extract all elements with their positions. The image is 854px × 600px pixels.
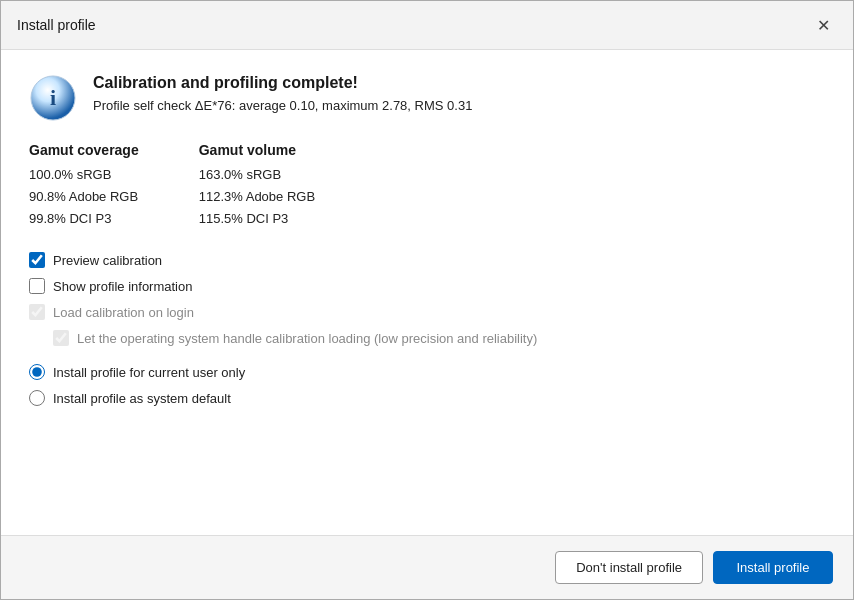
radio-section: Install profile for current user only In… bbox=[29, 364, 825, 406]
coverage-srgb: 100.0% sRGB bbox=[29, 167, 111, 182]
preview-calibration-label[interactable]: Preview calibration bbox=[53, 253, 162, 268]
gamut-section: Gamut coverage 100.0% sRGB 90.8% Adobe R… bbox=[29, 142, 825, 230]
system-default-label[interactable]: Install profile as system default bbox=[53, 391, 231, 406]
gamut-volume-col: Gamut volume 163.0% sRGB 112.3% Adobe RG… bbox=[199, 142, 315, 230]
load-calibration-row: Load calibration on login bbox=[29, 304, 825, 320]
close-button[interactable]: ✕ bbox=[809, 11, 837, 39]
show-profile-info-label[interactable]: Show profile information bbox=[53, 279, 192, 294]
header-row: i Calibration and profiling complete! Pr… bbox=[29, 74, 825, 122]
load-calibration-checkbox bbox=[29, 304, 45, 320]
gamut-coverage-heading: Gamut coverage bbox=[29, 142, 139, 158]
os-handle-checkbox bbox=[53, 330, 69, 346]
completion-title: Calibration and profiling complete! bbox=[93, 74, 472, 92]
header-text: Calibration and profiling complete! Prof… bbox=[93, 74, 472, 113]
gamut-volume-heading: Gamut volume bbox=[199, 142, 315, 158]
install-button[interactable]: Install profile bbox=[713, 551, 833, 584]
options-section: Preview calibration Show profile informa… bbox=[29, 252, 825, 346]
current-user-radio[interactable] bbox=[29, 364, 45, 380]
title-bar: Install profile ✕ bbox=[1, 1, 853, 50]
preview-calibration-checkbox[interactable] bbox=[29, 252, 45, 268]
dialog-footer: Don't install profile Install profile bbox=[1, 535, 853, 599]
info-icon-container: i bbox=[29, 74, 77, 122]
show-profile-info-row: Show profile information bbox=[29, 278, 825, 294]
preview-calibration-row: Preview calibration bbox=[29, 252, 825, 268]
dialog-title: Install profile bbox=[17, 17, 96, 33]
volume-dci-p3: 115.5% DCI P3 bbox=[199, 211, 289, 226]
system-default-radio[interactable] bbox=[29, 390, 45, 406]
coverage-dci-p3: 99.8% DCI P3 bbox=[29, 211, 111, 226]
current-user-label[interactable]: Install profile for current user only bbox=[53, 365, 245, 380]
volume-srgb: 163.0% sRGB bbox=[199, 167, 281, 182]
show-profile-info-checkbox[interactable] bbox=[29, 278, 45, 294]
current-user-row: Install profile for current user only bbox=[29, 364, 825, 380]
volume-adobe-rgb: 112.3% Adobe RGB bbox=[199, 189, 315, 204]
os-handle-label: Let the operating system handle calibrat… bbox=[77, 331, 537, 346]
system-default-row: Install profile as system default bbox=[29, 390, 825, 406]
svg-text:i: i bbox=[50, 85, 56, 110]
coverage-adobe-rgb: 90.8% Adobe RGB bbox=[29, 189, 138, 204]
dont-install-button[interactable]: Don't install profile bbox=[555, 551, 703, 584]
install-profile-dialog: Install profile ✕ i bbox=[0, 0, 854, 600]
load-calibration-label: Load calibration on login bbox=[53, 305, 194, 320]
gamut-volume-values: 163.0% sRGB 112.3% Adobe RGB 115.5% DCI … bbox=[199, 164, 315, 230]
dialog-content: i Calibration and profiling complete! Pr… bbox=[1, 50, 853, 535]
profile-check-text: Profile self check ΔE*76: average 0.10, … bbox=[93, 98, 472, 113]
gamut-coverage-values: 100.0% sRGB 90.8% Adobe RGB 99.8% DCI P3 bbox=[29, 164, 139, 230]
gamut-coverage-col: Gamut coverage 100.0% sRGB 90.8% Adobe R… bbox=[29, 142, 139, 230]
os-handle-row: Let the operating system handle calibrat… bbox=[53, 330, 825, 346]
